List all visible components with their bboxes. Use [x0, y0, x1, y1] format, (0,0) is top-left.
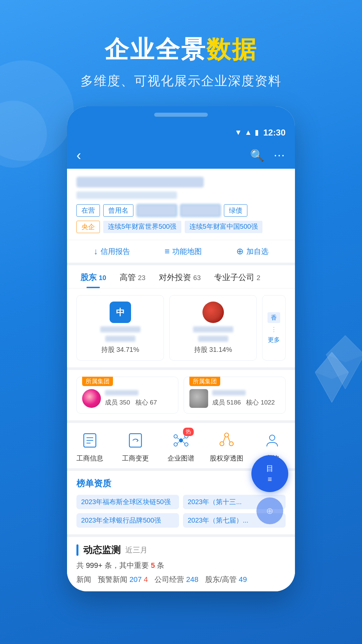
monitor-title: 动态监测 [83, 544, 121, 556]
shareholder-card-1[interactable]: 中 持股 34.71% [76, 295, 164, 361]
svg-point-16 [225, 433, 229, 437]
tab-executives-label: 高管 [120, 273, 136, 282]
function-map-btn[interactable]: ≡ 功能地图 [165, 246, 202, 257]
phone-notch [67, 106, 295, 123]
svg-line-15 [183, 442, 185, 444]
group-tag-2: 所属集团 [189, 377, 220, 386]
fab-sub-button[interactable]: ⊕ [256, 497, 283, 524]
back-button[interactable]: ‹ [76, 147, 81, 163]
credit-report-btn[interactable]: ↓ 信用报告 [94, 246, 130, 257]
func-icon-wrap-4 [216, 430, 237, 451]
group-tag-1: 所属集团 [82, 377, 113, 386]
company-name [76, 177, 204, 187]
tab-executives[interactable]: 高管 23 [113, 265, 152, 288]
fab-main-button[interactable]: 目 ≡ [251, 455, 288, 492]
tag-yanqi: 央企 [76, 221, 100, 233]
awards-title: 榜单资质 [76, 478, 111, 489]
tab-executives-num: 23 [138, 274, 145, 281]
shareholder-card-2[interactable]: 持股 31.14% [169, 295, 257, 361]
monitor-header: 动态监测 近三月 [76, 544, 286, 556]
func-label-2: 工商变更 [122, 454, 149, 463]
tab-investments-num: 63 [193, 274, 201, 281]
fab-container: 目 ≡ ⊕ [251, 455, 288, 524]
shareholder-name-2b [198, 336, 228, 342]
shareholder-name-2 [193, 326, 233, 332]
tag-cengyongming: 曾用名 [103, 204, 133, 217]
svg-line-12 [177, 438, 179, 439]
group-name-2 [212, 390, 246, 395]
svg-point-7 [179, 438, 183, 442]
tab-investments-label: 对外投资 [159, 273, 191, 282]
shareholder-avatar-1: 中 [110, 302, 131, 323]
monitor-section: 动态监测 近三月 共 999+ 条，其中重要 5 条 新闻 预警新闻 207 4… [67, 534, 295, 591]
watchlist-label: 加自选 [246, 247, 268, 257]
fab-label: ≡ [268, 475, 272, 484]
group-name-1 [105, 390, 138, 395]
monitor-item-operation[interactable]: 公司经营 248 [155, 575, 198, 585]
award-item-3[interactable]: 2023年全球银行品牌500强 [76, 513, 179, 528]
group-card-1[interactable]: 所属集团 成员 350 核心 67 [76, 377, 178, 414]
monitor-item-shareholder[interactable]: 股东/高管 49 [205, 575, 247, 585]
func-icon-wrap-2 [125, 430, 146, 451]
header-section: 企业全景数据 多维度、可视化展示企业深度资料 [0, 0, 362, 106]
hot-badge: 热 [183, 428, 194, 436]
monitor-period: 近三月 [125, 545, 147, 555]
more-button[interactable]: ⋯ [274, 149, 286, 162]
svg-point-21 [269, 435, 275, 440]
func-label-3: 企业图谱 [168, 454, 194, 463]
notch-bar [154, 113, 208, 117]
func-item-biangeng[interactable]: 工商变更 [119, 430, 152, 463]
equity-icon [218, 432, 235, 449]
more-label: 更多 [268, 336, 280, 344]
xiang-tag: 香 [267, 312, 280, 323]
tag-ashare: A股 [137, 204, 177, 217]
shareholder-name-1 [100, 326, 140, 332]
phone-mockup: ▼ ▲ ▮ 12:30 ‹ 🔍 ⋯ 在营 曾用名 A股 [67, 106, 295, 591]
svg-line-19 [223, 437, 225, 442]
svg-line-14 [177, 442, 179, 444]
monitor-item-warning[interactable]: 预警新闻 207 4 [98, 575, 148, 585]
business-change-icon [127, 432, 144, 449]
func-icon-wrap-1 [79, 430, 101, 451]
monitor-total: 共 999+ 条，其中重要 5 条 [76, 560, 286, 571]
tag-fortune-china: 连续5年财富中国500强 [185, 221, 263, 233]
map-label: 功能地图 [172, 247, 202, 257]
group-section: 所属集团 成员 350 核心 67 所属集团 [67, 367, 295, 420]
group-info-2: 成员 5186 核心 1022 [212, 390, 275, 407]
group-content-1: 成员 350 核心 67 [82, 389, 173, 408]
func-label-1: 工商信息 [76, 454, 103, 463]
tag-hkstock: 港股 [180, 204, 221, 217]
func-item-guquan[interactable]: 股权穿透图 [210, 430, 243, 463]
func-label-4: 股权穿透图 [210, 454, 243, 463]
main-title: 企业全景数据 [0, 34, 362, 66]
group-avatar-2 [189, 389, 208, 408]
svg-line-13 [183, 438, 185, 439]
tab-subsidiaries[interactable]: 专业子公司 2 [207, 265, 267, 288]
group-card-2[interactable]: 所属集团 成员 5186 核心 1022 [184, 377, 286, 414]
company-header: 在营 曾用名 A股 港股 绿债 央企 连续5年财富世界500强 连续5年财富中国… [67, 169, 295, 240]
shareholder-card-3[interactable]: 香 ⋮ 更多 [262, 295, 286, 361]
credit-label: 信用报告 [101, 247, 130, 257]
group-stats-2: 成员 5186 核心 1022 [212, 398, 275, 407]
svg-point-17 [220, 442, 224, 446]
func-item-tupu[interactable]: 热 企业图谱 [164, 430, 198, 463]
tabs-row: 股东 10 高管 23 对外投资 63 专业子公司 2 [67, 265, 295, 288]
monitor-row: 新闻 预警新闻 207 4 公司经营 248 股东/高管 49 [76, 575, 286, 585]
svg-point-18 [229, 442, 233, 446]
func-item-gongshang[interactable]: 工商信息 [73, 430, 107, 463]
add-watchlist-btn[interactable]: ⊕ 加自选 [236, 246, 268, 257]
monitor-item-news[interactable]: 新闻 [76, 575, 91, 585]
shareholder-pct-2: 持股 31.14% [194, 345, 232, 354]
search-button[interactable]: 🔍 [250, 149, 264, 162]
company-tags-row1: 在营 曾用名 A股 港股 绿债 [76, 204, 286, 217]
business-info-icon [81, 432, 99, 449]
award-item-1[interactable]: 2023年福布斯全球区块链50强 [76, 495, 179, 509]
battery-icon: ▮ [255, 128, 259, 137]
shareholder-name-1b [105, 336, 135, 342]
monitor-accent-bar [76, 544, 78, 556]
tab-shareholders[interactable]: 股东 10 [74, 265, 113, 288]
tab-shareholders-label: 股东 [80, 273, 97, 282]
svg-rect-6 [129, 434, 141, 447]
wifi-icon: ▼ [235, 128, 242, 137]
tab-investments[interactable]: 对外投资 63 [152, 265, 207, 288]
